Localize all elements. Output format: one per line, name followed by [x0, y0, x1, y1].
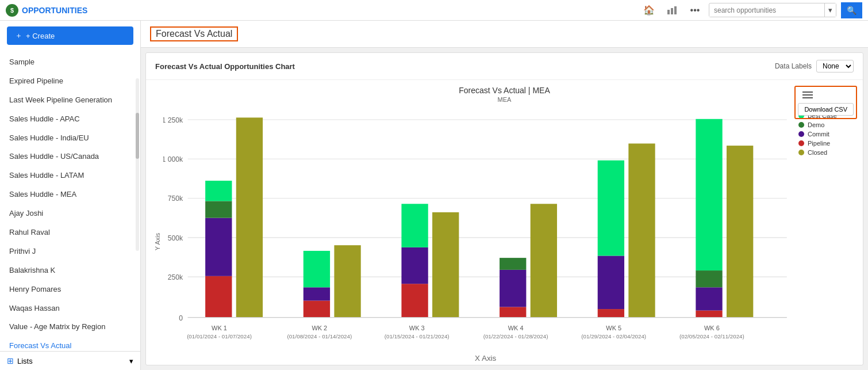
bar	[205, 201, 232, 218]
pipeline-label: Pipeline	[808, 140, 830, 147]
legend-pipeline: Pipeline	[798, 140, 852, 147]
bar	[598, 255, 624, 309]
bar	[500, 307, 526, 317]
svg-text:(01/08/2024 - 01/14/2024): (01/08/2024 - 01/14/2024)	[287, 333, 352, 340]
svg-text:WK 2: WK 2	[312, 325, 327, 331]
page-title-bar: Forecast Vs Actual	[141, 21, 868, 48]
bar	[401, 247, 428, 284]
chart-menu-button[interactable]	[798, 89, 854, 101]
bar	[598, 309, 624, 318]
svg-text:(02/05/2024 - 02/11/2024): (02/05/2024 - 02/11/2024)	[679, 333, 744, 340]
chart-svg: 1 250k 1 000k 750k 500k 250k 0	[163, 108, 794, 365]
legend-commit: Commit	[798, 131, 852, 138]
pipeline-dot	[798, 140, 804, 146]
more-button[interactable]: •••	[686, 1, 704, 20]
sidebar-item-us-canada[interactable]: Sales Huddle - US/Canada	[0, 147, 140, 166]
bar	[205, 218, 232, 276]
svg-text:WK 1: WK 1	[212, 325, 227, 331]
menu-line-1	[802, 91, 813, 93]
menu-line-3	[802, 97, 813, 98]
svg-text:(01/22/2024 - 01/28/2024): (01/22/2024 - 01/28/2024)	[483, 333, 548, 340]
svg-rect-2	[674, 6, 677, 14]
svg-rect-0	[667, 10, 670, 14]
bar	[236, 117, 263, 317]
download-csv-button[interactable]: Download CSV	[798, 103, 854, 116]
sidebar-item-waqas[interactable]: Waqas Hassan	[0, 299, 140, 318]
bar	[696, 119, 722, 270]
chart-body: Forecast Vs Actual | MEA MEA Y Axis 1 25…	[146, 80, 863, 365]
svg-text:WK 3: WK 3	[409, 325, 425, 331]
page-title: Forecast Vs Actual	[150, 26, 238, 41]
lists-icon: ⊞	[7, 356, 14, 365]
bar	[205, 181, 232, 201]
bar	[432, 212, 459, 318]
sidebar-footer[interactable]: ⊞ Lists ▾	[0, 351, 140, 370]
chart-header-title: Forecast Vs Actual Opportunities Chart	[155, 62, 295, 71]
sidebar-item-forecast[interactable]: Forecast Vs Actual	[0, 337, 140, 351]
sidebar-item-rahul[interactable]: Rahul Raval	[0, 223, 140, 242]
commit-dot	[798, 131, 804, 137]
chart-center-subtitle: MEA	[152, 96, 857, 103]
bar	[401, 204, 428, 247]
sidebar-item-expired-pipeline[interactable]: Expired Pipeline	[0, 72, 140, 91]
chart-container: Forecast Vs Actual Opportunities Chart D…	[145, 52, 863, 365]
legend-demo: Demo	[798, 121, 852, 128]
create-button[interactable]: ＋ + Create	[7, 26, 133, 45]
demo-dot	[798, 122, 804, 128]
bar	[401, 284, 428, 318]
svg-rect-1	[671, 8, 673, 14]
sidebar-item-apac[interactable]: Sales Huddle - APAC	[0, 110, 140, 129]
demo-label: Demo	[808, 121, 824, 128]
bar	[727, 146, 753, 318]
bar	[205, 276, 232, 318]
sidebar-item-last-week-pipeline[interactable]: Last Week Pipeline Generation	[0, 91, 140, 110]
sidebar: ＋ + Create Sample Expired Pipeline Last …	[0, 21, 141, 370]
chart-button[interactable]	[663, 1, 681, 20]
footer-dropdown-icon: ▾	[129, 357, 133, 365]
bar	[696, 311, 722, 318]
svg-text:X Axis: X Axis	[475, 354, 497, 363]
svg-text:(01/15/2024 - 01/21/2024): (01/15/2024 - 01/21/2024)	[385, 333, 450, 340]
search-go-button[interactable]: 🔍	[841, 2, 862, 18]
closed-label: Closed	[808, 149, 827, 156]
svg-text:1 000k: 1 000k	[163, 155, 183, 163]
chart-menu-container: Download CSV	[794, 86, 857, 119]
svg-text:WK 6: WK 6	[704, 325, 720, 331]
legend-closed: Closed	[798, 149, 852, 156]
svg-text:WK 4: WK 4	[508, 325, 524, 331]
svg-text:(01/29/2024 - 02/04/2024): (01/29/2024 - 02/04/2024)	[581, 333, 646, 340]
chart-inner: Forecast Vs Actual | MEA MEA Y Axis 1 25…	[152, 86, 857, 359]
chart-controls: Data Labels None Show	[775, 60, 854, 73]
sidebar-item-value-age[interactable]: Value - Age Matrix by Region	[0, 318, 140, 337]
bar	[304, 251, 330, 287]
svg-text:0: 0	[179, 314, 183, 322]
sidebar-item-balakrishna[interactable]: Balakrishna K	[0, 261, 140, 280]
sidebar-item-mea[interactable]: Sales Huddle - MEA	[0, 185, 140, 204]
commit-label: Commit	[808, 131, 829, 138]
content-area: Forecast Vs Actual Forecast Vs Actual Op…	[141, 21, 868, 370]
bar	[334, 245, 360, 318]
sidebar-item-sample[interactable]: Sample	[0, 53, 140, 72]
bar	[598, 161, 624, 256]
search-container: ▾	[709, 3, 836, 17]
top-navigation: $ OPPORTUNITIES 🏠 ••• ▾ 🔍	[0, 0, 868, 21]
bar	[304, 300, 330, 317]
chart-svg-container: 1 250k 1 000k 750k 500k 250k 0	[163, 108, 794, 365]
search-input[interactable]	[709, 4, 824, 17]
sidebar-item-india-eu[interactable]: Sales Huddle - India/EU	[0, 129, 140, 148]
svg-text:(01/01/2024 - 01/07/2024): (01/01/2024 - 01/07/2024)	[187, 333, 252, 340]
main-layout: ＋ + Create Sample Expired Pipeline Last …	[0, 21, 868, 370]
y-axis-label: Y Axis	[152, 108, 163, 365]
sidebar-item-prithvi[interactable]: Prithvi J	[0, 242, 140, 261]
search-dropdown-button[interactable]: ▾	[824, 3, 836, 17]
svg-text:250k: 250k	[168, 273, 183, 281]
data-labels-select[interactable]: None Show	[816, 60, 854, 73]
home-button[interactable]: 🏠	[640, 1, 658, 20]
svg-text:500k: 500k	[168, 234, 183, 242]
sidebar-item-ajay[interactable]: Ajay Joshi	[0, 204, 140, 223]
menu-line-2	[802, 94, 813, 96]
chart-plot-area: Y Axis 1 250k 1 000k 750k 500k	[152, 108, 857, 365]
closed-dot	[798, 150, 804, 155]
sidebar-item-latam[interactable]: Sales Huddle - LATAM	[0, 166, 140, 185]
sidebar-item-henry[interactable]: Henry Pomares	[0, 280, 140, 299]
